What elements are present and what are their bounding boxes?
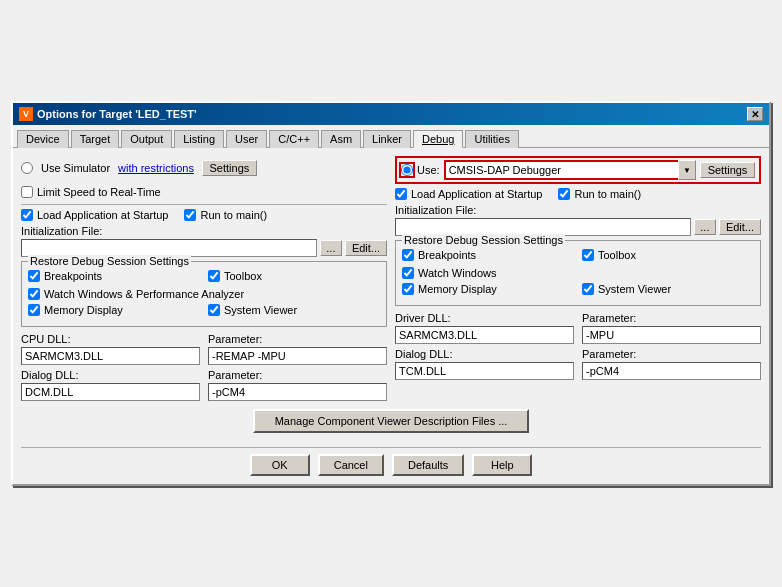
left-column: Use Simulator with restrictions Settings… (21, 156, 387, 405)
main-dialog: V Options for Target 'LED_TEST' ✕ Device… (11, 101, 771, 486)
tab-asm[interactable]: Asm (321, 130, 361, 148)
debugger-select[interactable]: CMSIS-DAP Debugger (444, 160, 696, 180)
left-system-viewer-checkbox[interactable] (208, 304, 220, 316)
right-dialog-param-label: Parameter: (582, 348, 761, 360)
use-label: Use: (417, 164, 440, 176)
tab-user[interactable]: User (226, 130, 267, 148)
left-run-to-main-checkbox[interactable] (184, 209, 196, 221)
right-toolbox-label: Toolbox (598, 249, 636, 261)
left-load-app-label: Load Application at Startup (37, 209, 168, 221)
tab-listing[interactable]: Listing (174, 130, 224, 148)
left-memory-display-label: Memory Display (44, 304, 123, 316)
limit-speed-row: Limit Speed to Real-Time (21, 186, 387, 198)
close-button[interactable]: ✕ (747, 107, 763, 121)
left-watch-windows-label: Watch Windows & Performance Analyzer (44, 288, 244, 300)
left-init-file-section: Initialization File: ... Edit... (21, 225, 387, 257)
use-simulator-radio[interactable] (21, 162, 33, 174)
left-toolbox-checkbox[interactable] (208, 270, 220, 282)
tab-target[interactable]: Target (71, 130, 120, 148)
right-dialog-dll-input[interactable] (395, 362, 574, 380)
use-external-radio[interactable] (401, 164, 413, 176)
right-load-run-row: Load Application at Startup Run to main(… (395, 188, 761, 200)
limit-speed-label: Limit Speed to Real-Time (37, 186, 161, 198)
left-watch-windows-checkbox[interactable] (28, 288, 40, 300)
right-init-file-section: Initialization File: ... Edit... (395, 204, 761, 236)
bottom-buttons-row: OK Cancel Defaults Help (13, 448, 769, 484)
right-column: Use: CMSIS-DAP Debugger ▼ Settings Load … (395, 156, 761, 405)
manage-row: Manage Component Viewer Description File… (21, 409, 761, 433)
right-load-app-checkbox[interactable] (395, 188, 407, 200)
left-ellipsis-button[interactable]: ... (320, 240, 342, 256)
tab-cpp[interactable]: C/C++ (269, 130, 319, 148)
right-memory-display-label: Memory Display (418, 283, 497, 295)
cpu-dll-label: CPU DLL: (21, 333, 200, 345)
left-restore-group-label: Restore Debug Session Settings (28, 255, 191, 267)
right-run-to-main-checkbox[interactable] (558, 188, 570, 200)
right-restore-group: Restore Debug Session Settings Breakpoin… (395, 240, 761, 306)
left-dialog-param-input[interactable] (208, 383, 387, 401)
right-breakpoints-checkbox[interactable] (402, 249, 414, 261)
with-restrictions-link[interactable]: with restrictions (118, 162, 194, 174)
left-dialog-param-label: Parameter: (208, 369, 387, 381)
left-restore-group: Restore Debug Session Settings Breakpoin… (21, 261, 387, 327)
defaults-button[interactable]: Defaults (392, 454, 464, 476)
left-toolbox-label: Toolbox (224, 270, 262, 282)
left-init-file-label: Initialization File: (21, 225, 387, 237)
left-edit-button[interactable]: Edit... (345, 240, 387, 256)
driver-param-input[interactable] (582, 326, 761, 344)
right-watch-windows-checkbox[interactable] (402, 267, 414, 279)
left-memory-display-checkbox[interactable] (28, 304, 40, 316)
driver-dll-row: Driver DLL: Parameter: (395, 312, 761, 344)
ok-button[interactable]: OK (250, 454, 310, 476)
tab-utilities[interactable]: Utilities (465, 130, 518, 148)
cpu-param-input[interactable] (208, 347, 387, 365)
left-dialog-dll-row: Dialog DLL: Parameter: (21, 369, 387, 401)
title-bar: V Options for Target 'LED_TEST' ✕ (13, 103, 769, 125)
tab-device[interactable]: Device (17, 130, 69, 148)
right-toolbox-checkbox[interactable] (582, 249, 594, 261)
right-init-file-label: Initialization File: (395, 204, 761, 216)
right-ellipsis-button[interactable]: ... (694, 219, 716, 235)
left-breakpoints-label: Breakpoints (44, 270, 102, 282)
right-dialog-dll-row: Dialog DLL: Parameter: (395, 348, 761, 380)
tab-linker[interactable]: Linker (363, 130, 411, 148)
use-simulator-label: Use Simulator (41, 162, 110, 174)
use-debugger-row: Use: CMSIS-DAP Debugger ▼ Settings (395, 156, 761, 184)
cancel-button[interactable]: Cancel (318, 454, 384, 476)
right-run-to-main-label: Run to main() (574, 188, 641, 200)
left-dialog-dll-label: Dialog DLL: (21, 369, 200, 381)
tab-output[interactable]: Output (121, 130, 172, 148)
left-load-app-checkbox[interactable] (21, 209, 33, 221)
tab-debug[interactable]: Debug (413, 130, 463, 148)
left-dialog-dll-input[interactable] (21, 383, 200, 401)
window-title: Options for Target 'LED_TEST' (37, 108, 197, 120)
cpu-dll-row: CPU DLL: Parameter: (21, 333, 387, 365)
manage-component-viewer-button[interactable]: Manage Component Viewer Description File… (253, 409, 530, 433)
simulator-row: Use Simulator with restrictions Settings (21, 156, 387, 180)
right-watch-windows-label: Watch Windows (418, 267, 496, 279)
driver-dll-input[interactable] (395, 326, 574, 344)
left-breakpoints-checkbox[interactable] (28, 270, 40, 282)
help-button[interactable]: Help (472, 454, 532, 476)
cpu-dll-input[interactable] (21, 347, 200, 365)
right-load-app-label: Load Application at Startup (411, 188, 542, 200)
simulator-settings-button[interactable]: Settings (202, 160, 257, 176)
driver-dll-label: Driver DLL: (395, 312, 574, 324)
left-system-viewer-label: System Viewer (224, 304, 297, 316)
tabs-bar: Device Target Output Listing User C/C++ … (13, 125, 769, 148)
right-dialog-param-input[interactable] (582, 362, 761, 380)
limit-speed-checkbox[interactable] (21, 186, 33, 198)
right-settings-button[interactable]: Settings (700, 162, 755, 178)
right-memory-display-checkbox[interactable] (402, 283, 414, 295)
left-run-to-main-label: Run to main() (200, 209, 267, 221)
right-dialog-dll-label: Dialog DLL: (395, 348, 574, 360)
right-system-viewer-checkbox[interactable] (582, 283, 594, 295)
cpu-param-label: Parameter: (208, 333, 387, 345)
right-edit-button[interactable]: Edit... (719, 219, 761, 235)
right-system-viewer-label: System Viewer (598, 283, 671, 295)
tab-content: Use Simulator with restrictions Settings… (13, 148, 769, 447)
right-breakpoints-label: Breakpoints (418, 249, 476, 261)
driver-param-label: Parameter: (582, 312, 761, 324)
right-restore-group-label: Restore Debug Session Settings (402, 234, 565, 246)
two-column-layout: Use Simulator with restrictions Settings… (21, 156, 761, 405)
